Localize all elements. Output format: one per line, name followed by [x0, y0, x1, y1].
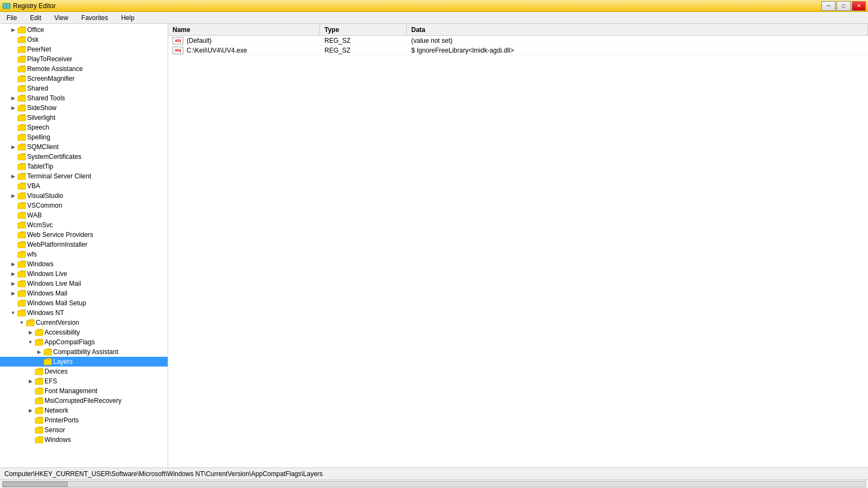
tree-item-network[interactable]: ▶ Network — [0, 406, 168, 415]
tree-expander[interactable]: ▼ — [9, 309, 17, 317]
tree-expander[interactable]: ▼ — [17, 318, 26, 327]
tree-expander[interactable] — [9, 152, 17, 161]
tree-expander[interactable]: ▶ — [9, 279, 17, 288]
horizontal-scrollbar[interactable] — [2, 481, 866, 487]
tree-item-compatibilityassistant[interactable]: ▶ Compatibility Assistant — [0, 347, 168, 357]
tree-item-appcompatflags[interactable]: ▼ AppCompatFlags — [0, 337, 168, 347]
tree-expander[interactable]: ▶ — [9, 25, 17, 34]
tree-item-windowslive[interactable]: ▶ Windows Live — [0, 269, 168, 279]
tree-expander[interactable] — [26, 367, 35, 376]
menu-item-view[interactable]: View — [50, 13, 73, 23]
menu-item-file[interactable]: File — [2, 13, 21, 23]
tree-expander[interactable] — [9, 113, 17, 122]
menu-item-edit[interactable]: Edit — [25, 13, 46, 23]
tree-item-currentversion[interactable]: ▼ CurrentVersion — [0, 318, 168, 328]
tree-expander[interactable] — [9, 123, 17, 132]
tree-item-printerports[interactable]: PrinterPorts — [0, 415, 168, 425]
tree-item-playtoreceiver[interactable]: PlayToReceiver — [0, 54, 168, 64]
tree-item-tablettip[interactable]: TabletTip — [0, 162, 168, 171]
tree-item-webplatforminstaller[interactable]: WebPlatformInstaller — [0, 240, 168, 249]
tree-item-windowsmail[interactable]: ▶ Windows Mail — [0, 288, 168, 298]
tree-expander[interactable] — [9, 211, 17, 220]
tree-item-office[interactable]: ▶ Office — [0, 25, 168, 35]
tree-expander[interactable] — [9, 221, 17, 229]
tree-expander[interactable] — [9, 201, 17, 210]
tree-item-sideshow[interactable]: ▶ SideShow — [0, 103, 168, 113]
tree-item-silverlight[interactable]: Silverlight — [0, 113, 168, 123]
tree-expander[interactable] — [9, 162, 17, 171]
tree-expander[interactable]: ▶ — [9, 269, 17, 278]
tree-expander[interactable] — [26, 396, 35, 405]
tree-expander[interactable] — [26, 416, 35, 425]
col-header-data[interactable]: Data — [407, 24, 868, 35]
tree-item-peernet[interactable]: PeerNet — [0, 44, 168, 54]
tree-expander[interactable] — [9, 74, 17, 83]
bottom-scrollbar[interactable] — [0, 479, 868, 488]
tree-expander[interactable]: ▶ — [9, 191, 17, 200]
detail-panel[interactable]: Name Type Data ab|(Default)REG_SZ(value … — [168, 24, 868, 467]
tree-expander[interactable] — [26, 435, 35, 444]
tree-expander[interactable] — [9, 65, 17, 73]
tree-item-osk[interactable]: Osk — [0, 35, 168, 44]
tree-item-shared[interactable]: Shared — [0, 84, 168, 93]
detail-row[interactable]: ab|C:\Keii\UV4\UV4.exeREG_SZ$ IgnoreFree… — [168, 46, 868, 55]
tree-item-wfs[interactable]: wfs — [0, 249, 168, 259]
tree-expander[interactable]: ▶ — [9, 94, 17, 102]
tree-expander[interactable]: ▶ — [9, 260, 17, 268]
tree-item-vba[interactable]: VBA — [0, 181, 168, 191]
maximize-button[interactable]: □ — [837, 1, 851, 11]
tree-item-sharedtools[interactable]: ▶ Shared Tools — [0, 93, 168, 103]
tree-expander[interactable] — [9, 230, 17, 239]
tree-expander[interactable]: ▶ — [9, 172, 17, 181]
tree-expander[interactable]: ▶ — [9, 289, 17, 298]
col-header-type[interactable]: Type — [320, 24, 407, 35]
tree-item-efs[interactable]: ▶ EFS — [0, 376, 168, 386]
tree-expander[interactable] — [9, 45, 17, 54]
tree-expander[interactable]: ▶ — [9, 104, 17, 112]
tree-expander[interactable]: ▶ — [26, 406, 35, 415]
tree-expander[interactable] — [26, 387, 35, 395]
tree-item-windowsnt[interactable]: ▼ Windows NT — [0, 308, 168, 318]
tree-expander[interactable] — [9, 35, 17, 44]
tree-item-windows2[interactable]: Windows — [0, 435, 168, 445]
tree-expander[interactable]: ▶ — [35, 348, 43, 356]
tree-item-visualstudio[interactable]: ▶ VisualStudio — [0, 191, 168, 201]
tree-expander[interactable] — [9, 55, 17, 63]
tree-expander[interactable] — [9, 133, 17, 142]
tree-item-devices[interactable]: Devices — [0, 367, 168, 376]
tree-expander[interactable]: ▼ — [26, 338, 35, 346]
tree-item-msicorruptedfilerecovery[interactable]: MsiCorruptedFileRecovery — [0, 396, 168, 406]
tree-item-systemcertificates[interactable]: SystemCertificates — [0, 152, 168, 162]
tree-item-speech[interactable]: Speech — [0, 123, 168, 132]
tree-item-wab[interactable]: WAB — [0, 210, 168, 220]
col-header-name[interactable]: Name — [168, 24, 320, 35]
tree-expander[interactable] — [9, 84, 17, 93]
tree-item-sqmclient[interactable]: ▶ SQMClient — [0, 142, 168, 152]
menu-item-help[interactable]: Help — [117, 13, 139, 23]
tree-expander[interactable] — [26, 426, 35, 434]
tree-item-wcmsvc[interactable]: WcmSvc — [0, 220, 168, 230]
menu-item-favorites[interactable]: Favorites — [77, 13, 112, 23]
minimize-button[interactable]: ─ — [821, 1, 835, 11]
close-button[interactable]: ✕ — [852, 1, 866, 11]
tree-item-windowslivemail[interactable]: ▶ Windows Live Mail — [0, 279, 168, 288]
tree-expander[interactable]: ▶ — [26, 328, 35, 337]
tree-panel[interactable]: ▶ Office Osk PeerNet PlayToReceiver Remo… — [0, 24, 168, 467]
tree-expander[interactable] — [9, 182, 17, 190]
scroll-thumb[interactable] — [3, 481, 68, 487]
tree-item-spelling[interactable]: Spelling — [0, 132, 168, 142]
tree-item-webserviceproviders[interactable]: Web Service Providers — [0, 230, 168, 240]
tree-expander[interactable] — [9, 299, 17, 307]
tree-item-remoteassistance[interactable]: Remote Assistance — [0, 64, 168, 74]
tree-expander[interactable] — [9, 250, 17, 259]
tree-item-fontmanagement[interactable]: Font Management — [0, 386, 168, 396]
tree-item-terminalserverclient[interactable]: ▶ Terminal Server Client — [0, 171, 168, 181]
tree-item-vscommon[interactable]: VSCommon — [0, 201, 168, 210]
tree-item-layers[interactable]: Layers — [0, 357, 168, 367]
tree-item-screenmagnifier[interactable]: ScreenMagnifier — [0, 74, 168, 84]
tree-expander[interactable] — [9, 240, 17, 249]
tree-item-windowsmailsetup[interactable]: Windows Mail Setup — [0, 298, 168, 308]
tree-expander[interactable]: ▶ — [9, 143, 17, 151]
tree-expander[interactable]: ▶ — [26, 377, 35, 386]
detail-row[interactable]: ab|(Default)REG_SZ(value not set) — [168, 36, 868, 46]
